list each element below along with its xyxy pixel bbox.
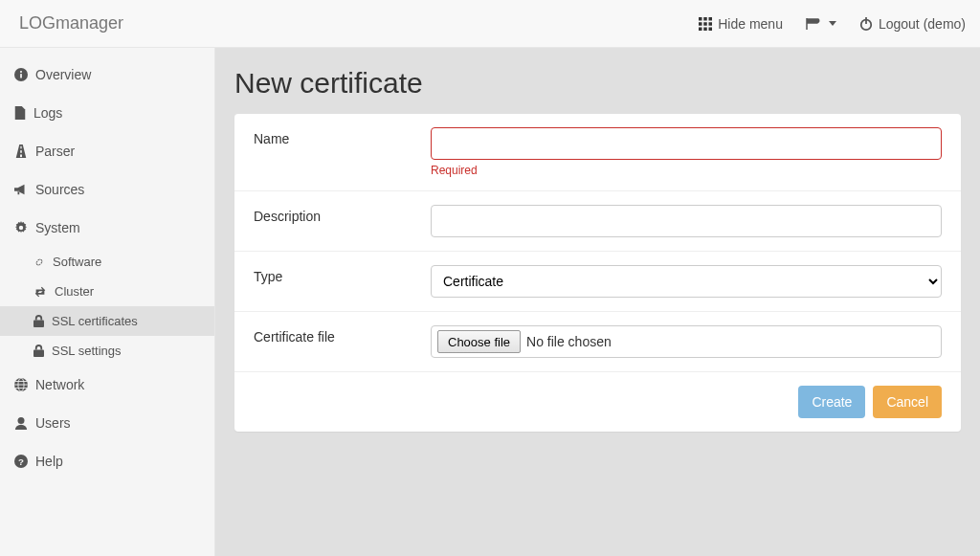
content-area: New certificate Name Required Descriptio… — [215, 48, 980, 556]
gear-icon — [14, 221, 28, 234]
sidebar-item-logs[interactable]: Logs — [0, 94, 214, 132]
flag-icon — [806, 18, 821, 30]
name-error-text: Required — [431, 164, 942, 177]
svg-rect-12 — [20, 74, 22, 78]
control-wrap: Required — [431, 127, 942, 177]
sidebar-item-label: Users — [35, 415, 71, 431]
panel-footer: Create Cancel — [234, 372, 961, 432]
sidebar-item-parser[interactable]: Parser — [0, 132, 214, 170]
hide-menu-label: Hide menu — [718, 16, 783, 32]
svg-rect-2 — [709, 17, 713, 21]
control-wrap: Choose file No file chosen — [431, 325, 942, 358]
sidebar-subitem-cluster[interactable]: Cluster — [0, 277, 214, 306]
road-icon — [14, 145, 28, 158]
svg-rect-0 — [699, 17, 702, 21]
layout: Overview Logs Parser Sources System Soft… — [0, 48, 980, 556]
sidebar-subitem-label: SSL settings — [52, 344, 122, 358]
form-panel: Name Required Description Type Certifica… — [234, 114, 961, 432]
svg-rect-1 — [703, 17, 707, 21]
chevron-down-icon — [829, 21, 836, 26]
logout-label: Logout (demo) — [879, 16, 966, 32]
name-input[interactable] — [431, 127, 942, 160]
description-input[interactable] — [431, 205, 942, 237]
svg-rect-6 — [699, 27, 702, 31]
sidebar-item-label: System — [35, 220, 80, 235]
sidebar-item-label: Network — [35, 377, 84, 392]
topbar-right: Hide menu Logout (demo) — [699, 16, 966, 32]
svg-rect-7 — [703, 27, 707, 31]
grid-icon — [699, 17, 712, 31]
question-circle-icon: ? — [14, 455, 28, 468]
sidebar-item-label: Help — [35, 454, 63, 469]
sidebar-item-system[interactable]: System — [0, 209, 214, 247]
language-flag-dropdown[interactable] — [806, 18, 836, 30]
cancel-button[interactable]: Cancel — [873, 386, 942, 418]
topbar: LOGmanager Hide menu Logout (demo) — [0, 0, 980, 48]
link-icon — [33, 256, 45, 268]
svg-point-25 — [18, 417, 25, 424]
file-icon — [14, 106, 26, 120]
hide-menu-button[interactable]: Hide menu — [699, 16, 783, 32]
sidebar-item-label: Sources — [35, 182, 84, 197]
sidebar-subitem-label: SSL certificates — [52, 314, 138, 328]
sidebar-item-users[interactable]: Users — [0, 404, 214, 442]
svg-rect-8 — [709, 27, 713, 31]
label-name: Name — [254, 127, 431, 146]
user-icon — [14, 416, 28, 430]
control-wrap — [431, 205, 942, 237]
file-input-wrap: Choose file No file chosen — [431, 325, 942, 358]
sidebar-item-network[interactable]: Network — [0, 366, 214, 404]
power-icon — [859, 17, 873, 31]
brand-logo: LOGmanager — [14, 13, 128, 33]
svg-rect-15 — [20, 150, 22, 153]
svg-rect-5 — [709, 22, 713, 26]
logout-button[interactable]: Logout (demo) — [859, 16, 966, 32]
svg-point-13 — [20, 71, 22, 73]
globe-icon — [14, 378, 28, 391]
form-row-type: Type Certificate — [234, 252, 961, 312]
lock-icon — [33, 315, 44, 327]
form-row-file: Certificate file Choose file No file cho… — [234, 312, 961, 372]
create-button[interactable]: Create — [798, 386, 865, 418]
control-wrap: Certificate — [431, 265, 942, 298]
sidebar-item-label: Parser — [35, 144, 75, 159]
svg-text:?: ? — [18, 456, 24, 467]
sidebar-subitem-ssl-certificates[interactable]: SSL certificates — [0, 306, 214, 336]
sidebar-subitem-label: Software — [53, 255, 101, 269]
retweet-icon — [33, 286, 47, 298]
sidebar-subitem-label: Cluster — [55, 284, 94, 299]
svg-rect-16 — [20, 155, 22, 158]
svg-point-17 — [19, 226, 23, 230]
label-description: Description — [254, 205, 431, 224]
form-row-name: Name Required — [234, 114, 961, 191]
svg-rect-3 — [699, 22, 702, 26]
form-row-description: Description — [234, 191, 961, 252]
sidebar-item-label: Logs — [33, 105, 62, 121]
svg-rect-4 — [703, 22, 707, 26]
lock-icon — [33, 345, 44, 357]
label-type: Type — [254, 265, 431, 284]
label-file: Certificate file — [254, 325, 431, 345]
svg-rect-18 — [33, 321, 44, 327]
sidebar-subitem-ssl-settings[interactable]: SSL settings — [0, 336, 214, 366]
sidebar-item-help[interactable]: ? Help — [0, 442, 214, 480]
sidebar-submenu-system: Software Cluster SSL certificates SSL se… — [0, 247, 214, 366]
type-select[interactable]: Certificate — [431, 265, 942, 298]
page-title: New certificate — [234, 67, 961, 100]
svg-rect-14 — [20, 146, 21, 149]
sidebar-subitem-software[interactable]: Software — [0, 247, 214, 277]
sidebar-item-label: Overview — [35, 67, 91, 82]
svg-rect-19 — [33, 350, 44, 357]
info-circle-icon — [14, 68, 28, 81]
bullhorn-icon — [14, 183, 28, 196]
file-status-text: No file chosen — [526, 334, 612, 349]
sidebar: Overview Logs Parser Sources System Soft… — [0, 48, 215, 556]
sidebar-item-overview[interactable]: Overview — [0, 56, 214, 94]
sidebar-item-sources[interactable]: Sources — [0, 170, 214, 209]
choose-file-button[interactable]: Choose file — [437, 330, 521, 353]
